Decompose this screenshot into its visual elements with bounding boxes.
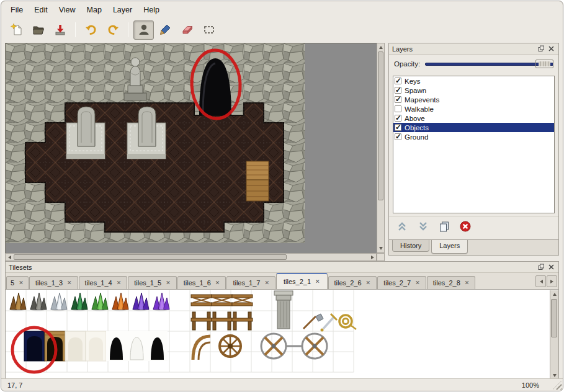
layer-row-keys[interactable]: Keys bbox=[393, 76, 554, 86]
tilesets-panel-title: Tilesets bbox=[9, 264, 32, 271]
lower-layer-button[interactable] bbox=[416, 220, 430, 233]
dock-tab-history[interactable]: History bbox=[392, 240, 429, 252]
scroll-right-icon[interactable] bbox=[369, 254, 376, 261]
tab-close-button[interactable]: ✕ bbox=[117, 280, 122, 286]
menu-item-view[interactable]: View bbox=[53, 3, 81, 17]
right-arrow-icon bbox=[550, 280, 555, 283]
menu-item-file[interactable]: File bbox=[5, 3, 29, 17]
save-red-arrow-icon bbox=[53, 23, 67, 37]
tab-close-button[interactable]: ✕ bbox=[264, 280, 269, 286]
layer-row-spawn[interactable]: Spawn bbox=[393, 86, 554, 95]
scroll-up-icon[interactable] bbox=[551, 290, 558, 298]
close-panel-button[interactable] bbox=[547, 45, 555, 53]
dock-tab-layers[interactable]: Layers bbox=[431, 240, 468, 254]
scroll-up-icon[interactable] bbox=[377, 43, 384, 51]
statusbar: 17, 7 100% bbox=[1, 378, 563, 391]
pen-icon bbox=[159, 23, 172, 37]
scrollbar-thumb[interactable] bbox=[378, 51, 383, 200]
float-panel-button[interactable] bbox=[537, 263, 545, 271]
scroll-left-icon[interactable] bbox=[6, 254, 12, 261]
layer-visibility-checkbox[interactable] bbox=[395, 96, 401, 103]
save-map-button[interactable] bbox=[50, 20, 70, 40]
eraser-tool-button[interactable] bbox=[177, 20, 197, 40]
tileset-tab-6[interactable]: tiles_2_1 ✕ bbox=[276, 273, 328, 289]
left-arrow-icon bbox=[538, 280, 543, 283]
resize-grip[interactable] bbox=[553, 381, 562, 390]
layer-visibility-checkbox[interactable] bbox=[395, 124, 401, 131]
menu-item-edit[interactable]: Edit bbox=[29, 3, 53, 17]
pale-door-tile bbox=[86, 331, 106, 361]
tab-close-button[interactable]: ✕ bbox=[315, 278, 320, 285]
menu-item-map[interactable]: Map bbox=[81, 3, 107, 17]
canvas-vertical-scrollbar[interactable] bbox=[377, 43, 385, 253]
menu-item-help[interactable]: Help bbox=[138, 3, 165, 17]
tab-label: tiles_1_6 bbox=[184, 279, 211, 287]
draw-tool-button[interactable] bbox=[155, 20, 176, 40]
tileset-canvas[interactable] bbox=[6, 290, 558, 379]
open-map-button[interactable] bbox=[28, 20, 48, 40]
tab-close-button[interactable]: ✕ bbox=[166, 280, 171, 286]
duplicate-layer-button[interactable] bbox=[437, 220, 451, 233]
tileset-tab-3[interactable]: tiles_1_5 ✕ bbox=[128, 276, 177, 289]
tileset-tab-8[interactable]: tiles_2_7 ✕ bbox=[377, 276, 426, 289]
zoom-level: 100% bbox=[522, 381, 539, 389]
tileset-tab-9[interactable]: tiles_2_8 ✕ bbox=[427, 276, 476, 289]
scrollbar-thumb[interactable] bbox=[551, 299, 557, 337]
layer-visibility-checkbox[interactable] bbox=[395, 115, 401, 122]
select-tool-button[interactable] bbox=[199, 20, 219, 40]
tileset-tab-1[interactable]: tiles_1_3 ✕ bbox=[29, 276, 78, 289]
tileset-tab-2[interactable]: tiles_1_4 ✕ bbox=[79, 276, 128, 289]
tileset-vertical-scrollbar[interactable] bbox=[550, 290, 558, 379]
new-map-button[interactable] bbox=[6, 20, 27, 40]
layer-label: Mapevents bbox=[405, 96, 439, 104]
layer-visibility-checkbox[interactable] bbox=[395, 133, 401, 140]
undo-button[interactable] bbox=[81, 20, 101, 40]
tab-close-button[interactable]: ✕ bbox=[19, 280, 24, 286]
layer-row-above[interactable]: Above bbox=[393, 114, 554, 123]
layer-row-walkable[interactable]: Walkable bbox=[393, 104, 554, 114]
selection-rect-icon bbox=[202, 23, 216, 37]
cave-opening-tile bbox=[147, 331, 168, 361]
tileset-tab-5[interactable]: tiles_1_7 ✕ bbox=[226, 276, 275, 289]
tileset-tabbar: 5 ✕ tiles_1_3 ✕ tiles_1_4 ✕ tiles_1_5 ✕ … bbox=[6, 273, 558, 290]
layer-visibility-checkbox[interactable] bbox=[395, 78, 401, 84]
close-panel-button[interactable] bbox=[547, 263, 555, 271]
gravestone-left bbox=[78, 107, 95, 146]
opacity-slider[interactable] bbox=[425, 59, 553, 69]
layer-row-ground[interactable]: Ground bbox=[393, 132, 554, 141]
map-canvas[interactable] bbox=[5, 43, 377, 253]
selected-door-tile bbox=[24, 331, 45, 361]
redo-button[interactable] bbox=[102, 20, 123, 40]
new-file-icon bbox=[10, 23, 24, 37]
tab-close-button[interactable]: ✕ bbox=[67, 280, 72, 286]
tab-scroll-right-button[interactable] bbox=[547, 275, 557, 287]
scroll-down-icon[interactable] bbox=[377, 245, 384, 252]
eraser-icon bbox=[181, 23, 194, 37]
tileset-tab-0[interactable]: 5 ✕ bbox=[6, 276, 29, 289]
float-panel-button[interactable] bbox=[537, 45, 545, 53]
gravestone-right bbox=[138, 107, 156, 146]
tab-close-button[interactable]: ✕ bbox=[215, 280, 220, 286]
chevron-up-icon bbox=[396, 220, 408, 233]
layers-list: Keys Spawn Mapevents Walkable Above Obje… bbox=[393, 76, 555, 213]
delete-layer-button[interactable] bbox=[459, 220, 472, 233]
slider-handle[interactable] bbox=[535, 60, 553, 68]
tab-scroll-left-button[interactable] bbox=[535, 275, 546, 287]
layer-visibility-checkbox[interactable] bbox=[395, 87, 401, 94]
tab-close-button[interactable]: ✕ bbox=[366, 280, 371, 286]
tileset-tab-7[interactable]: tiles_2_6 ✕ bbox=[328, 276, 377, 289]
stamp-tool-button[interactable] bbox=[133, 20, 154, 40]
layer-actions bbox=[389, 216, 558, 236]
wheel-tile bbox=[220, 336, 241, 357]
raise-layer-button[interactable] bbox=[395, 220, 409, 233]
tab-close-button[interactable]: ✕ bbox=[415, 280, 420, 286]
canvas-horizontal-scrollbar[interactable] bbox=[5, 253, 377, 261]
open-folder-icon bbox=[32, 23, 45, 37]
scrollbar-thumb[interactable] bbox=[14, 254, 287, 260]
layer-row-objects[interactable]: Objects bbox=[393, 123, 554, 132]
menu-item-layer[interactable]: Layer bbox=[107, 3, 138, 17]
layer-row-mapevents[interactable]: Mapevents bbox=[393, 95, 554, 104]
layer-visibility-checkbox[interactable] bbox=[395, 105, 401, 112]
tileset-tab-4[interactable]: tiles_1_6 ✕ bbox=[177, 276, 226, 289]
tab-close-button[interactable]: ✕ bbox=[465, 280, 470, 286]
